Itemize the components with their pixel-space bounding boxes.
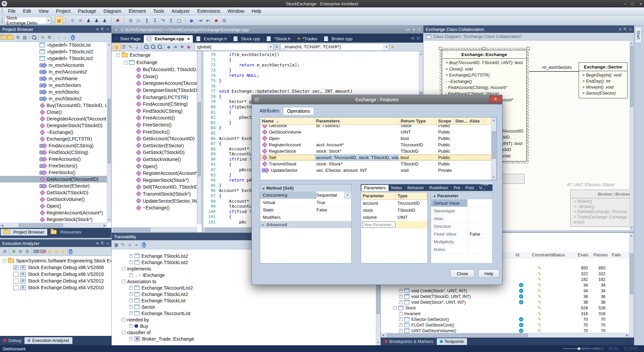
- tree-method-item[interactable]: DeregisterStock(TStockID): [112, 87, 197, 94]
- step-last-icon[interactable]: ⇤: [204, 17, 212, 24]
- expander-icon[interactable]: −: [122, 331, 125, 334]
- column-header-return-type[interactable]: Return Type: [399, 117, 436, 124]
- new-model-icon[interactable]: [1, 34, 8, 41]
- tree-method-item[interactable]: FreeSectors(): [112, 121, 197, 129]
- tree-method-item[interactable]: Sell(TAccountID, TStockID, UIN: [112, 184, 197, 191]
- save-source-icon[interactable]: ⤓: [134, 44, 140, 50]
- tree-method-item[interactable]: GetStockVolume(): [112, 156, 197, 163]
- move-up-icon[interactable]: ↑: [55, 34, 62, 41]
- property-row-static[interactable]: StaticFalse: [260, 206, 351, 214]
- element-edit-icon[interactable]: ✎: [127, 44, 134, 50]
- traceability-item[interactable]: +Exchange.TStockList: [112, 297, 376, 304]
- line-number[interactable]: 77: [203, 89, 219, 94]
- close-icon[interactable]: ×: [107, 27, 109, 32]
- marker-2-icon[interactable]: ♟: [93, 17, 100, 24]
- project-browser-vscrollbar[interactable]: ▲ ▼: [107, 42, 111, 222]
- parameter-tab-pre[interactable]: Pre: [451, 185, 463, 191]
- collapse-icon[interactable]: ˄˄: [405, 28, 410, 32]
- maximize-button[interactable]: □: [632, 1, 634, 6]
- marker-1-icon[interactable]: ♟: [85, 17, 92, 24]
- parameter-tab-post[interactable]: Post: [463, 185, 476, 191]
- tree-method-item[interactable]: FreeStocks(): [112, 128, 197, 135]
- tree-method-item[interactable]: FindStock(CString): [112, 108, 197, 115]
- document-tab-exchange-cpp[interactable]: Exchange.cpp×: [144, 35, 193, 43]
- help-icon[interactable]: ?: [69, 249, 72, 254]
- build-script-icon[interactable]: ⌨: [33, 248, 40, 255]
- analyzer-root-item[interactable]: −SparxSystems.Software Engineering.Stock…: [0, 257, 111, 264]
- tree-item[interactable]: ~Exchange(): [0, 129, 107, 136]
- tree-method-item[interactable]: FindAccount(CString): [112, 101, 197, 108]
- expand-all-icon[interactable]: »: [126, 241, 133, 248]
- edit-menu-icon[interactable]: ✎: [40, 34, 46, 41]
- line-number[interactable]: 82: [203, 115, 219, 120]
- tree-method-item[interactable]: ~Exchange(): [112, 204, 197, 211]
- property-row-concurrency[interactable]: ConcurrencySequential▾: [260, 192, 351, 199]
- step-out-icon[interactable]: ↥: [167, 17, 175, 24]
- tree-method-item[interactable]: DeregisterAccount(TAccountID): [112, 80, 197, 87]
- broker-class-box[interactable]: Broker::Broker + Broker()+ ~Broker()+ Ge…: [570, 190, 630, 227]
- testpoints-hscrollbar[interactable]: ◀ ▶: [381, 333, 629, 338]
- operation-row-open[interactable]: OpenboolPublic: [260, 135, 496, 142]
- tree-item[interactable]: Exchange(LPCTSTR): [0, 136, 107, 142]
- analyzer-script-item[interactable]: ✓⚙Stock Exchange.Debug.x86.VS2008: [0, 264, 111, 271]
- traceability-item[interactable]: −classifier of: [112, 329, 376, 336]
- stop-script-icon[interactable]: ■: [213, 17, 220, 24]
- profiler-icon[interactable]: ✻: [69, 17, 76, 24]
- expander-icon[interactable]: +: [129, 311, 133, 315]
- traceability-item[interactable]: +Exchange.TAccountList2: [112, 285, 376, 291]
- run-script-icon[interactable]: ⚡: [46, 248, 53, 255]
- expander-icon[interactable]: −: [122, 267, 125, 270]
- line-number[interactable]: 83: [203, 120, 219, 125]
- expander-icon[interactable]: −: [3, 259, 6, 263]
- tree-item[interactable]: GetStockVolume(): [0, 196, 107, 203]
- run-debug-icon[interactable]: ▷: [135, 17, 142, 24]
- advanced-group-header[interactable]: ▷Advanced: [260, 221, 351, 228]
- tree-class-item[interactable]: −Exchange: [112, 59, 197, 66]
- property-row-fixed-value[interactable]: Fixed ValueFalse: [431, 230, 492, 238]
- tree-item[interactable]: Close(): [0, 109, 107, 115]
- line-number[interactable]: 102: [203, 219, 219, 224]
- play-script-icon[interactable]: ▶: [188, 17, 196, 24]
- pin-icon[interactable]: ⇱: [624, 27, 627, 32]
- tree-item[interactable]: m_exchSectors: [0, 82, 107, 89]
- expander-icon[interactable]: +: [399, 323, 403, 327]
- marker-3-icon[interactable]: ♟: [101, 17, 108, 24]
- step-next-icon[interactable]: ⇥: [196, 17, 204, 24]
- cancel-profile-icon[interactable]: ✕: [77, 17, 84, 24]
- expander-icon[interactable]: +: [129, 254, 133, 258]
- new-parameter-row[interactable]: New Parameter...: [361, 221, 427, 229]
- bookmark-pink-icon[interactable]: ◆: [185, 44, 192, 50]
- traceability-item[interactable]: +Exchange.TStockList2: [112, 291, 376, 297]
- expander-icon[interactable]: +: [399, 317, 403, 321]
- pin-icon[interactable]: ⇱: [101, 241, 104, 246]
- property-row-modifiers[interactable]: Modifiers: [260, 214, 351, 221]
- diagram-breadcrumb[interactable]: Class Diagram: "Exchange Class Collabora…: [423, 33, 634, 41]
- edit-script-icon[interactable]: ⚙: [17, 248, 24, 255]
- column-header-status[interactable]: Status: [550, 252, 576, 258]
- expander-icon[interactable]: +: [129, 292, 133, 296]
- line-number[interactable]: 101: [203, 214, 219, 219]
- tree-item[interactable]: GetSector(ESector): [0, 183, 107, 189]
- line-number[interactable]: 96: [203, 188, 219, 193]
- document-tab-stock-cpp[interactable]: Stock.cpp: [230, 35, 264, 43]
- close-button[interactable]: ×: [639, 1, 642, 6]
- line-number[interactable]: 87: [203, 141, 219, 146]
- parameter-row-stock[interactable]: stockTStockID: [361, 207, 427, 214]
- column-header-evals[interactable]: Evals: [576, 252, 592, 258]
- tree-item[interactable]: m_exchStocks2: [0, 95, 107, 102]
- operation-row-updatesector[interactable]: UpdateSectorsec: ESector, amount: INTvoi…: [260, 167, 496, 173]
- tree-item[interactable]: «typedef» TStockList2: [0, 55, 107, 62]
- chevron-right-icon[interactable]: »: [115, 27, 117, 32]
- line-number[interactable]: 88: [203, 146, 219, 152]
- model-hierarchy-icon[interactable]: ▦: [113, 241, 120, 248]
- expander-icon[interactable]: +: [129, 260, 133, 264]
- tree-method-item[interactable]: UpdateSector(ESector, INT): [112, 197, 197, 204]
- tree-method-item[interactable]: RegisterStock(Stock*): [112, 177, 197, 184]
- parameter-row-volume[interactable]: volumeUINT: [361, 214, 427, 221]
- panel-tab-resources[interactable]: Resources: [48, 229, 84, 236]
- traceability-item[interactable]: +Buy: [112, 323, 376, 329]
- tree-item[interactable]: m_exchStocks: [0, 89, 107, 95]
- new-element-icon[interactable]: ▤: [21, 34, 28, 41]
- pin-icon[interactable]: ⇱: [101, 27, 104, 32]
- column-header-scope[interactable]: Scope: [436, 117, 454, 124]
